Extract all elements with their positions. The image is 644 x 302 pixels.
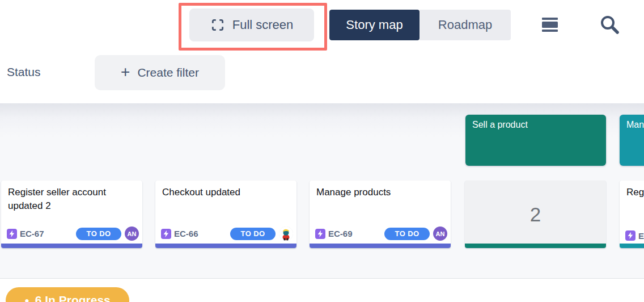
epic-card-manage-clipped[interactable]: Mana	[620, 115, 644, 166]
list-summary-icon	[540, 27, 560, 36]
avatar-mascot	[279, 227, 293, 241]
story-bolt-icon	[7, 229, 17, 239]
epic-title: Mana	[626, 120, 644, 129]
story-title: Checkout updated	[162, 186, 290, 199]
story-title: Regis	[626, 186, 644, 199]
fullscreen-button[interactable]: Full screen	[189, 9, 314, 41]
story-card-footer: EC-67 TO DO AN	[7, 227, 139, 241]
story-title: Register seller account updated 2	[8, 186, 135, 213]
issue-key: EC-	[638, 231, 644, 241]
card-accent-bar	[155, 244, 296, 248]
view-switcher: Story map Roadmap	[329, 10, 511, 40]
story-bolt-icon	[625, 230, 635, 241]
story-card-clipped[interactable]: Regis EC-	[620, 181, 644, 248]
avatar: AN	[125, 227, 139, 241]
status-badge[interactable]: TO DO	[76, 228, 121, 240]
story-bolt-icon	[161, 229, 171, 239]
story-card-footer: EC-66 TO DO	[161, 227, 293, 241]
issue-key: EC-69	[328, 229, 353, 238]
list-summary-button[interactable]	[540, 15, 560, 34]
plus-icon: +	[121, 63, 130, 81]
card-accent-bar	[620, 244, 644, 248]
story-bolt-icon	[315, 229, 325, 239]
expand-icon	[210, 18, 225, 32]
status-field-label: Status	[7, 65, 41, 79]
sprint-pill-label: 6 In Progress	[35, 293, 111, 302]
story-card-ec-66[interactable]: Checkout updated EC-66 TO DO	[155, 181, 296, 248]
card-accent-bar	[310, 244, 451, 248]
story-card-footer: EC-69 TO DO AN	[315, 227, 447, 241]
epic-title: Sell a product	[472, 120, 528, 129]
sprint-status-pill[interactable]: ● 6 In Progress	[6, 287, 129, 302]
collapsed-count-value: 2	[530, 203, 541, 226]
tab-roadmap-label: Roadmap	[438, 18, 492, 32]
status-badge[interactable]: TO DO	[384, 228, 430, 240]
create-filter-label: Create filter	[137, 66, 199, 79]
issue-key: EC-66	[174, 229, 198, 238]
avatar: AN	[433, 227, 447, 241]
tab-story-map[interactable]: Story map	[329, 10, 420, 40]
search-button[interactable]	[598, 12, 621, 36]
status-badge[interactable]: TO DO	[230, 228, 276, 240]
story-card-ec-67[interactable]: Register seller account updated 2 EC-67 …	[1, 181, 142, 248]
tab-story-map-label: Story map	[346, 18, 402, 32]
search-icon	[598, 30, 621, 38]
epic-card-sell-a-product[interactable]: Sell a product	[465, 115, 606, 166]
story-card-ec-69[interactable]: Manage products EC-69 TO DO AN	[310, 181, 451, 248]
story-card-footer: EC-	[625, 230, 644, 241]
pill-dot-icon: ●	[24, 296, 29, 302]
card-accent-bar	[1, 244, 142, 248]
fullscreen-button-label: Full screen	[232, 18, 294, 32]
tab-roadmap[interactable]: Roadmap	[420, 10, 511, 40]
create-filter-button[interactable]: + Create filter	[95, 55, 225, 90]
story-title: Manage products	[316, 186, 444, 199]
collapsed-count-card[interactable]: 2	[465, 181, 606, 248]
card-accent-bar	[465, 244, 606, 248]
story-map-app: Full screen Story map Roadmap Status	[0, 0, 644, 302]
issue-key: EC-67	[20, 229, 44, 238]
